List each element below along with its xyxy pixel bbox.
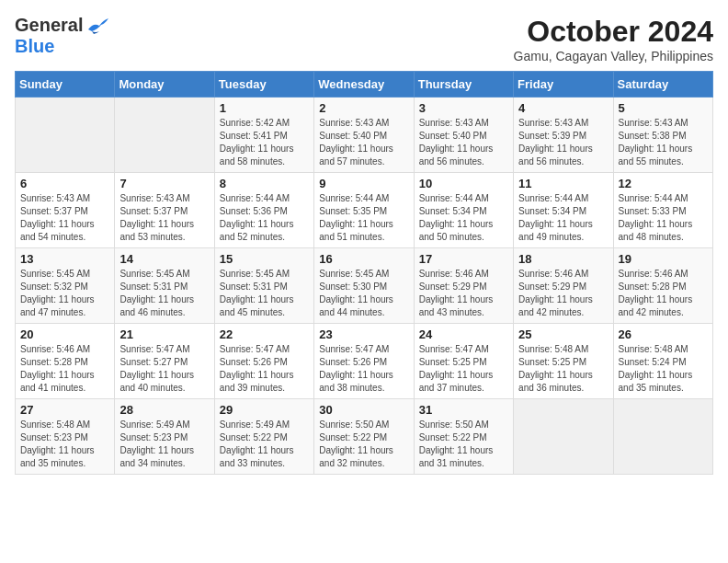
calendar-cell: 4Sunrise: 5:43 AM Sunset: 5:39 PM Daylig… xyxy=(514,98,613,173)
calendar-header-tuesday: Tuesday xyxy=(214,72,313,98)
calendar-cell xyxy=(16,98,115,173)
calendar-cell: 31Sunrise: 5:50 AM Sunset: 5:22 PM Dayli… xyxy=(414,399,513,475)
day-info: Sunrise: 5:44 AM Sunset: 5:35 PM Dayligh… xyxy=(319,192,408,244)
calendar-cell: 24Sunrise: 5:47 AM Sunset: 5:25 PM Dayli… xyxy=(414,324,513,399)
day-info: Sunrise: 5:44 AM Sunset: 5:34 PM Dayligh… xyxy=(419,192,508,244)
calendar-cell: 22Sunrise: 5:47 AM Sunset: 5:26 PM Dayli… xyxy=(214,324,313,399)
calendar-week-row: 1Sunrise: 5:42 AM Sunset: 5:41 PM Daylig… xyxy=(16,98,713,173)
calendar-header-sunday: Sunday xyxy=(16,72,115,98)
day-info: Sunrise: 5:45 AM Sunset: 5:30 PM Dayligh… xyxy=(319,268,408,319)
day-number: 1 xyxy=(220,101,309,115)
calendar-cell: 27Sunrise: 5:48 AM Sunset: 5:23 PM Dayli… xyxy=(16,399,115,475)
day-info: Sunrise: 5:50 AM Sunset: 5:22 PM Dayligh… xyxy=(419,419,508,470)
day-info: Sunrise: 5:45 AM Sunset: 5:31 PM Dayligh… xyxy=(119,268,209,319)
calendar-cell: 10Sunrise: 5:44 AM Sunset: 5:34 PM Dayli… xyxy=(414,173,513,248)
calendar-header-wednesday: Wednesday xyxy=(314,72,414,98)
day-info: Sunrise: 5:44 AM Sunset: 5:33 PM Dayligh… xyxy=(619,192,708,244)
day-number: 17 xyxy=(419,252,508,266)
day-number: 26 xyxy=(619,327,708,341)
calendar-cell: 11Sunrise: 5:44 AM Sunset: 5:34 PM Dayli… xyxy=(514,173,613,248)
calendar-cell: 14Sunrise: 5:45 AM Sunset: 5:31 PM Dayli… xyxy=(115,248,214,324)
calendar-cell: 2Sunrise: 5:43 AM Sunset: 5:40 PM Daylig… xyxy=(314,98,414,173)
day-number: 12 xyxy=(619,177,708,190)
day-number: 8 xyxy=(220,177,309,190)
day-number: 29 xyxy=(220,403,309,417)
calendar-header-friday: Friday xyxy=(514,72,613,98)
day-number: 13 xyxy=(20,252,109,266)
day-number: 6 xyxy=(20,177,109,190)
day-info: Sunrise: 5:43 AM Sunset: 5:37 PM Dayligh… xyxy=(20,192,109,244)
calendar-cell: 8Sunrise: 5:44 AM Sunset: 5:36 PM Daylig… xyxy=(214,173,313,248)
calendar-cell: 6Sunrise: 5:43 AM Sunset: 5:37 PM Daylig… xyxy=(16,173,115,248)
day-info: Sunrise: 5:45 AM Sunset: 5:32 PM Dayligh… xyxy=(20,268,109,319)
calendar-cell: 7Sunrise: 5:43 AM Sunset: 5:37 PM Daylig… xyxy=(115,173,214,248)
day-number: 31 xyxy=(419,403,508,417)
calendar-cell: 30Sunrise: 5:50 AM Sunset: 5:22 PM Dayli… xyxy=(314,399,414,475)
day-info: Sunrise: 5:43 AM Sunset: 5:37 PM Dayligh… xyxy=(119,192,209,244)
day-number: 28 xyxy=(119,403,209,417)
day-info: Sunrise: 5:46 AM Sunset: 5:29 PM Dayligh… xyxy=(518,268,608,319)
day-number: 20 xyxy=(20,327,109,341)
day-number: 15 xyxy=(220,252,309,266)
day-info: Sunrise: 5:48 AM Sunset: 5:24 PM Dayligh… xyxy=(619,343,708,395)
day-number: 5 xyxy=(619,101,708,115)
day-info: Sunrise: 5:48 AM Sunset: 5:23 PM Dayligh… xyxy=(20,419,109,470)
header: General Blue October 2024 Gamu, Cagayan … xyxy=(15,15,713,63)
day-info: Sunrise: 5:43 AM Sunset: 5:40 PM Dayligh… xyxy=(319,117,408,168)
calendar-cell: 28Sunrise: 5:49 AM Sunset: 5:23 PM Dayli… xyxy=(115,399,214,475)
calendar-table: SundayMondayTuesdayWednesdayThursdayFrid… xyxy=(15,71,713,475)
day-number: 18 xyxy=(518,252,608,266)
day-number: 22 xyxy=(220,327,309,341)
calendar-cell: 1Sunrise: 5:42 AM Sunset: 5:41 PM Daylig… xyxy=(214,98,313,173)
day-number: 7 xyxy=(119,177,209,190)
calendar-cell: 9Sunrise: 5:44 AM Sunset: 5:35 PM Daylig… xyxy=(314,173,414,248)
day-info: Sunrise: 5:44 AM Sunset: 5:34 PM Dayligh… xyxy=(518,192,608,244)
calendar-week-row: 6Sunrise: 5:43 AM Sunset: 5:37 PM Daylig… xyxy=(16,173,713,248)
logo-general-text: General xyxy=(15,15,83,36)
calendar-cell: 20Sunrise: 5:46 AM Sunset: 5:28 PM Dayli… xyxy=(16,324,115,399)
day-info: Sunrise: 5:43 AM Sunset: 5:39 PM Dayligh… xyxy=(518,117,608,168)
day-info: Sunrise: 5:46 AM Sunset: 5:28 PM Dayligh… xyxy=(20,343,109,395)
day-number: 4 xyxy=(518,101,608,115)
calendar-cell: 29Sunrise: 5:49 AM Sunset: 5:22 PM Dayli… xyxy=(214,399,313,475)
calendar-header-row: SundayMondayTuesdayWednesdayThursdayFrid… xyxy=(16,72,713,98)
calendar-cell: 23Sunrise: 5:47 AM Sunset: 5:26 PM Dayli… xyxy=(314,324,414,399)
calendar-cell: 12Sunrise: 5:44 AM Sunset: 5:33 PM Dayli… xyxy=(613,173,712,248)
day-info: Sunrise: 5:47 AM Sunset: 5:26 PM Dayligh… xyxy=(319,343,408,395)
day-info: Sunrise: 5:47 AM Sunset: 5:27 PM Dayligh… xyxy=(119,343,209,395)
calendar-cell xyxy=(115,98,214,173)
calendar-cell: 16Sunrise: 5:45 AM Sunset: 5:30 PM Dayli… xyxy=(314,248,414,324)
day-info: Sunrise: 5:47 AM Sunset: 5:25 PM Dayligh… xyxy=(419,343,508,395)
title-area: October 2024 Gamu, Cagayan Valley, Phili… xyxy=(514,15,713,63)
calendar-cell xyxy=(613,399,712,475)
location-title: Gamu, Cagayan Valley, Philippines xyxy=(514,49,713,63)
day-number: 14 xyxy=(119,252,209,266)
day-number: 23 xyxy=(319,327,408,341)
calendar-cell: 5Sunrise: 5:43 AM Sunset: 5:38 PM Daylig… xyxy=(613,98,712,173)
day-info: Sunrise: 5:47 AM Sunset: 5:26 PM Dayligh… xyxy=(220,343,309,395)
day-number: 2 xyxy=(319,101,408,115)
logo: General Blue xyxy=(15,15,110,57)
day-number: 27 xyxy=(20,403,109,417)
day-number: 30 xyxy=(319,403,408,417)
day-number: 19 xyxy=(619,252,708,266)
calendar-header-saturday: Saturday xyxy=(613,72,712,98)
calendar-cell: 25Sunrise: 5:48 AM Sunset: 5:25 PM Dayli… xyxy=(514,324,613,399)
day-number: 11 xyxy=(518,177,608,190)
calendar-cell: 15Sunrise: 5:45 AM Sunset: 5:31 PM Dayli… xyxy=(214,248,313,324)
day-info: Sunrise: 5:45 AM Sunset: 5:31 PM Dayligh… xyxy=(220,268,309,319)
day-number: 25 xyxy=(518,327,608,341)
calendar-cell: 26Sunrise: 5:48 AM Sunset: 5:24 PM Dayli… xyxy=(613,324,712,399)
day-info: Sunrise: 5:44 AM Sunset: 5:36 PM Dayligh… xyxy=(220,192,309,244)
day-info: Sunrise: 5:42 AM Sunset: 5:41 PM Dayligh… xyxy=(220,117,309,168)
day-number: 21 xyxy=(119,327,209,341)
day-number: 9 xyxy=(319,177,408,190)
day-number: 3 xyxy=(419,101,508,115)
day-number: 24 xyxy=(419,327,508,341)
calendar-header-thursday: Thursday xyxy=(414,72,513,98)
calendar-cell: 18Sunrise: 5:46 AM Sunset: 5:29 PM Dayli… xyxy=(514,248,613,324)
calendar-week-row: 27Sunrise: 5:48 AM Sunset: 5:23 PM Dayli… xyxy=(16,399,713,475)
logo-blue-text: Blue xyxy=(15,36,54,56)
calendar-cell: 19Sunrise: 5:46 AM Sunset: 5:28 PM Dayli… xyxy=(613,248,712,324)
day-info: Sunrise: 5:43 AM Sunset: 5:38 PM Dayligh… xyxy=(619,117,708,168)
